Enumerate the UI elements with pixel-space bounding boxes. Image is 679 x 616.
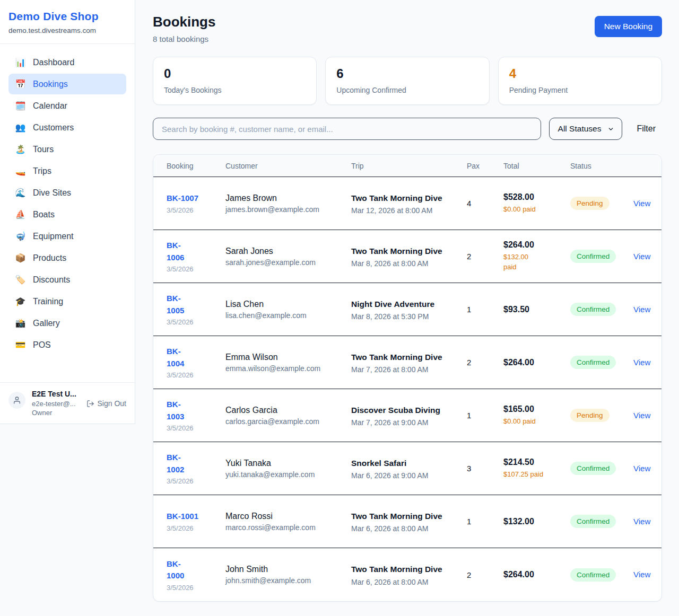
booking-id-link[interactable]: BK-1007 — [167, 192, 198, 205]
booking-cell: BK-1006 3/5/2026 — [153, 232, 225, 280]
sidebar-item-discounts[interactable]: 🏷️ Discounts — [8, 269, 126, 290]
sidebar-item-label: Calendar — [33, 101, 67, 111]
sidebar-item-bookings[interactable]: 📅 Bookings — [8, 74, 126, 94]
total-amount: $264.00 — [503, 240, 566, 250]
sidebar-item-boats[interactable]: ⛵ Boats — [8, 204, 126, 225]
sidebar-item-label: Customers — [33, 123, 74, 133]
filter-button[interactable]: Filter — [630, 124, 662, 134]
booking-id-link[interactable]: BK-1000 — [167, 558, 191, 582]
new-booking-button[interactable]: New Booking — [595, 16, 662, 37]
trip-datetime: Mar 7, 2026 at 9:00 AM — [351, 418, 463, 427]
sidebar-item-training[interactable]: 🎓 Training — [8, 291, 126, 312]
booking-id-link[interactable]: BK-1004 — [167, 346, 191, 369]
booking-date: 3/5/2026 — [167, 424, 221, 432]
customer-cell: Carlos Garcia carlos.garcia@example.com — [225, 398, 351, 433]
booking-id-link[interactable]: BK-1006 — [167, 240, 191, 263]
customer-name: John Smith — [225, 565, 347, 574]
view-link[interactable]: View — [633, 464, 650, 473]
table-row: BK-1004 3/5/2026 Emma Wilson emma.wilson… — [153, 336, 661, 389]
sidebar-item-label: Discounts — [33, 275, 70, 285]
customer-cell: John Smith john.smith@example.com — [225, 557, 351, 592]
trip-datetime: Mar 8, 2026 at 5:30 PM — [351, 312, 463, 321]
sign-out-label: Sign Out — [98, 399, 126, 408]
view-link[interactable]: View — [633, 411, 650, 420]
tours-icon: 🏝️ — [15, 144, 26, 154]
calendar-icon: 🗓️ — [15, 101, 26, 111]
sidebar-item-label: Boats — [33, 210, 55, 219]
total-cell: $93.50 — [503, 297, 570, 322]
total-amount: $264.00 — [503, 358, 566, 367]
booking-id-link[interactable]: BK-1002 — [167, 452, 191, 476]
paid-amount: $132.00 paid — [503, 252, 534, 272]
customer-name: James Brown — [225, 193, 347, 203]
main-content: Bookings 8 total bookings New Booking 0 … — [135, 0, 679, 616]
actions-cell: View — [633, 350, 661, 375]
customer-cell: Emma Wilson emma.wilson@example.com — [225, 345, 351, 380]
view-link[interactable]: View — [633, 517, 650, 526]
booking-date: 3/5/2026 — [167, 371, 221, 379]
pax-cell: 2 — [467, 244, 503, 268]
sidebar-item-trips[interactable]: 🚤 Trips — [8, 161, 126, 181]
paid-amount: $107.25 paid — [503, 470, 566, 480]
sidebar-item-gallery[interactable]: 📸 Gallery — [8, 313, 126, 333]
view-link[interactable]: View — [633, 199, 650, 208]
sidebar-item-pos[interactable]: 💳 POS — [8, 335, 126, 355]
booking-id-link[interactable]: BK-1003 — [167, 399, 191, 423]
customer-email: sarah.jones@example.com — [225, 258, 347, 267]
sidebar-item-customers[interactable]: 👥 Customers — [8, 117, 126, 138]
table-row: BK-1001 3/5/2026 Marco Rossi marco.rossi… — [153, 495, 661, 548]
customer-email: yuki.tanaka@example.com — [225, 470, 347, 479]
sidebar-item-label: Bookings — [33, 80, 68, 89]
sidebar-user-footer: E2E Test U... e2e-tester@... Sign Out Ow… — [0, 382, 135, 424]
column-header-total: Total — [503, 155, 570, 177]
sidebar-item-calendar[interactable]: 🗓️ Calendar — [8, 95, 126, 116]
training-icon: 🎓 — [15, 296, 26, 306]
pos-icon: 💳 — [15, 340, 26, 350]
customer-email: james.brown@example.com — [225, 205, 347, 214]
view-link[interactable]: View — [633, 570, 650, 579]
search-input[interactable] — [153, 118, 541, 140]
total-cell: $264.00 $132.00 paid — [503, 233, 570, 280]
booking-id-link[interactable]: BK-1001 — [167, 511, 198, 523]
pax-cell: 1 — [467, 297, 503, 321]
customer-cell: Sarah Jones sarah.jones@example.com — [225, 239, 351, 274]
booking-cell: BK-1002 3/5/2026 — [153, 444, 225, 492]
sidebar-item-products[interactable]: 📦 Products — [8, 248, 126, 268]
sidebar-item-tours[interactable]: 🏝️ Tours — [8, 139, 126, 160]
view-link[interactable]: View — [633, 305, 650, 314]
status-cell: Confirmed — [570, 242, 633, 270]
booking-id-link[interactable]: BK-1005 — [167, 293, 191, 316]
pax-cell: 1 — [467, 403, 503, 427]
column-header-booking: Booking — [153, 155, 225, 177]
pax-cell: 4 — [467, 191, 503, 215]
sidebar-item-dashboard[interactable]: 📊 Dashboard — [8, 52, 126, 73]
sign-out-button[interactable]: Sign Out — [86, 399, 126, 408]
status-filter-select[interactable]: All Statuses — [549, 118, 623, 140]
trip-datetime: Mar 12, 2026 at 8:00 AM — [351, 206, 463, 215]
sidebar-item-equipment[interactable]: 🤿 Equipment — [8, 226, 126, 247]
products-icon: 📦 — [15, 253, 26, 263]
status-cell: Confirmed — [570, 454, 633, 482]
view-link[interactable]: View — [633, 358, 650, 367]
view-link[interactable]: View — [633, 252, 650, 261]
page-title: Bookings — [153, 14, 215, 30]
stat-value: 0 — [164, 66, 306, 81]
user-icon — [13, 396, 21, 404]
booking-date: 3/5/2026 — [167, 318, 221, 326]
total-amount: $214.50 — [503, 457, 566, 467]
total-cell: $214.50 $107.25 paid — [503, 450, 570, 487]
trip-cell: Snorkel Safari Mar 6, 2026 at 9:00 AM — [351, 450, 467, 487]
bookings-table: Booking Customer Trip Pax Total Status B… — [153, 154, 662, 602]
actions-cell: View — [633, 191, 661, 216]
customer-email: lisa.chen@example.com — [225, 311, 347, 320]
booking-date: 3/5/2026 — [167, 265, 221, 273]
booking-cell: BK-1003 3/5/2026 — [153, 391, 225, 439]
pax-cell: 2 — [467, 563, 503, 587]
sidebar-item-dive-sites[interactable]: 🌊 Dive Sites — [8, 182, 126, 203]
trip-name: Two Tank Morning Dive — [351, 510, 442, 523]
booking-cell: BK-1007 3/5/2026 — [153, 185, 225, 222]
sidebar-item-label: Dashboard — [33, 58, 74, 67]
stat-card-pending-payment: 4 Pending Payment — [498, 57, 662, 105]
status-badge: Confirmed — [570, 250, 616, 263]
equipment-icon: 🤿 — [15, 231, 26, 241]
